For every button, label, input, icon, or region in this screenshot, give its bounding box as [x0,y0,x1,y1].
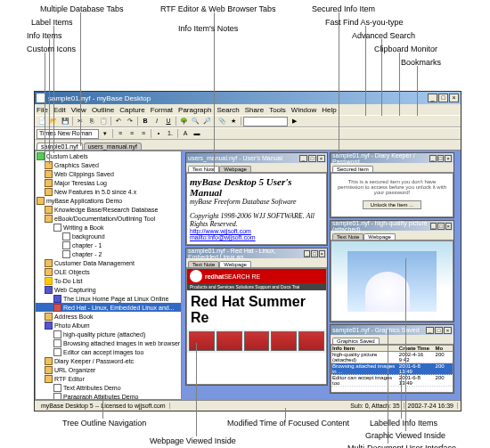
go-button[interactable]: ▶ [289,116,299,126]
child-window-secured[interactable]: sample01.nyf - Diary Keeper / Password..… [330,152,454,218]
graphic-list[interactable]: Info ItemCreate TimeMohigh-quality pictu… [331,345,453,393]
tree-item[interactable]: high-quality picture (attached) [36,330,181,338]
menu-search[interactable]: Search [216,106,239,114]
tree-item[interactable]: Web Capturing [36,285,181,294]
tree-item[interactable]: Address Book [36,312,181,321]
redhat-thumb[interactable] [244,331,270,351]
tree-item[interactable]: URL Organizer [36,365,181,374]
font-size-button[interactable]: ▾ [100,128,110,139]
child-max-button[interactable]: □ [435,327,443,334]
clipboard-monitor-button[interactable]: 📎 [216,116,227,126]
bold-button[interactable]: B [140,116,151,126]
child-close-button[interactable]: × [445,155,452,162]
tab-webpage[interactable]: Webpage [219,166,251,172]
menu-capture[interactable]: Capture [119,106,144,114]
tree-item[interactable]: The Linux Home Page at Linux Online [36,294,181,303]
tree-item[interactable]: Knowledge Base/Research Database [36,205,181,214]
redo-button[interactable]: ↷ [125,116,135,126]
tree-item[interactable]: Diary Keeper / Password-etc [36,356,181,365]
menu-tools[interactable]: Tools [269,106,286,114]
tree-item[interactable]: Major Teresias Log [36,178,181,187]
menu-outline[interactable]: Outline [92,106,114,114]
table-row[interactable]: Editor can accept images too2001-6-8 13:… [331,375,453,387]
tree-item[interactable]: Writing a Book [36,223,181,232]
menu-view[interactable]: View [71,106,86,114]
child-window-photo[interactable]: sample01.nyf - high-quality picture (att… [330,220,454,322]
tree-item[interactable]: Paragraph Attributes Demo [36,392,181,400]
underline-button[interactable]: U [163,116,174,126]
menu-edit[interactable]: Edit [53,106,66,114]
menu-help[interactable]: Help [322,106,336,114]
child-titlebar-redhat[interactable]: sample01.nyf - Red Hat - Linux, Embedded… [186,248,327,258]
align-right-button[interactable]: ≡ [138,128,149,139]
child-min-button[interactable]: _ [426,327,434,334]
table-row[interactable]: Browsing attached images in ...2001-6-8 … [331,363,453,375]
menu-format[interactable]: Format [151,106,173,114]
undo-button[interactable]: ↶ [113,116,124,126]
highlight-button[interactable]: ▬ [192,128,202,139]
redhat-thumb[interactable] [189,331,215,351]
child-titlebar-graphic[interactable]: sample01.nyf - Graphics Saved _ □ × [331,325,453,335]
fast-find-input[interactable] [243,117,288,126]
column-header[interactable]: Mo [435,346,453,351]
tab-text-note[interactable]: Text Note [188,261,219,267]
tree-item[interactable]: Photo Album [36,321,181,330]
save-button[interactable]: 💾 [60,116,70,126]
new-button[interactable]: 📄 [37,116,47,126]
column-header[interactable]: Create Time [398,346,435,351]
advanced-search-button[interactable]: 🔎 [201,116,212,126]
child-window-redhat[interactable]: sample01.nyf - Red Hat - Linux, Embedded… [185,248,328,386]
child-window-manual[interactable]: users_manual.nyf - User's Manual _ □ × T… [185,152,328,246]
tree-item[interactable]: OLE Objects [36,267,181,276]
menu-window[interactable]: Window [291,106,316,114]
tree-item[interactable]: Custom Labels [36,151,181,160]
tree-item[interactable]: Text Attributes Demo [36,383,181,392]
child-close-button[interactable]: × [445,223,452,230]
number-button[interactable]: 1. [165,128,176,139]
close-button[interactable]: × [449,94,459,102]
child-close-button[interactable]: × [319,250,325,257]
manual-link-mail[interactable]: mailto:info@wjjsoft.com [190,234,323,240]
tree-item[interactable]: chapter - 1 [36,240,181,249]
tree-item[interactable]: RTF Editor [36,374,181,383]
tab-text-note[interactable]: Text Note [188,166,219,172]
italic-button[interactable]: I [151,116,162,126]
redhat-nav[interactable]: Products and Services Solutions Support … [187,283,326,290]
child-titlebar-manual[interactable]: users_manual.nyf - User's Manual _ □ × [186,153,327,163]
menu-file[interactable]: File [37,106,48,114]
align-center-button[interactable]: ≡ [127,128,137,139]
font-select[interactable]: Times New Roman [37,129,99,139]
tab-webpage[interactable]: Webpage [363,233,396,240]
table-row[interactable]: high-quality picture (attached)2002-4-16… [331,352,453,363]
bullet-button[interactable]: • [153,128,164,139]
child-titlebar-photo[interactable]: sample01.nyf - high-quality picture (att… [331,221,453,231]
tree-item[interactable]: New Features in 5.0 since 4.x [36,187,181,196]
tree-item[interactable]: To-Do List [36,276,181,285]
minimize-button[interactable]: _ [428,94,437,102]
tree-item[interactable]: eBook/Documentation/Outlining Tool [36,214,181,223]
child-min-button[interactable]: _ [430,223,437,230]
tree-item[interactable]: Web Clippings Saved [36,169,181,178]
tree-item[interactable]: myBase Applications Demo [36,196,181,205]
redhat-thumb[interactable] [216,331,242,351]
tree-item[interactable]: Editor can accept images too [36,347,181,356]
child-min-button[interactable]: _ [429,155,437,162]
child-max-button[interactable]: □ [311,250,317,257]
copy-button[interactable]: ⎘ [86,116,97,126]
redhat-thumb[interactable] [271,331,297,351]
tree-item[interactable]: Customer Data Management [36,258,181,267]
child-titlebar-secured[interactable]: sample01.nyf - Diary Keeper / Password..… [331,153,453,163]
tree-item[interactable]: Red Hat - Linux, Embedded Linux and... [36,303,181,312]
tree-button[interactable]: 🌳 [178,116,189,126]
tab-text-note[interactable]: Text Note [332,233,363,240]
database-tab[interactable]: sample01.nyf [37,143,83,150]
paste-button[interactable]: 📋 [98,116,109,126]
tree-item[interactable]: Graphics Saved [36,160,181,169]
tree-item[interactable]: Browsing attached images in web browser [36,338,181,347]
redhat-thumb[interactable] [298,331,324,351]
manual-link-site[interactable]: http://www.wjjsoft.com [190,228,323,234]
child-max-button[interactable]: □ [437,223,444,230]
bookmark-button[interactable]: ★ [228,116,239,126]
child-close-button[interactable]: × [317,155,325,162]
color-button[interactable]: A [180,128,191,139]
